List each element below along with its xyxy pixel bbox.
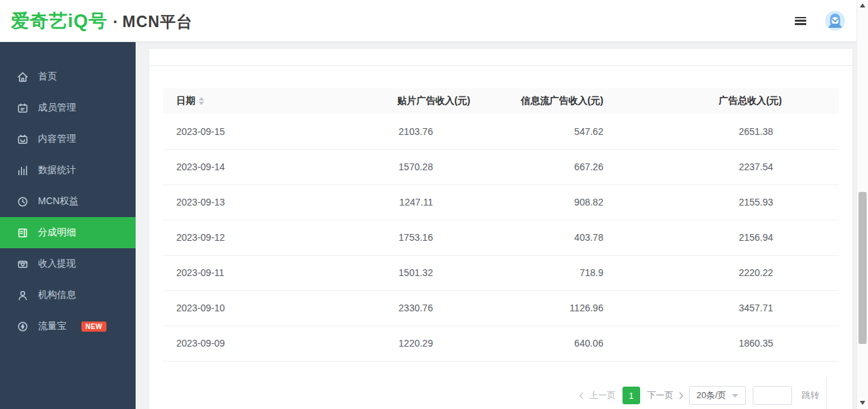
next-page-label: 下一页 — [647, 389, 673, 402]
feed-cell: 1126.96 — [514, 290, 676, 326]
date-cell: 2023-09-12 — [163, 220, 352, 255]
scrollbar[interactable] — [856, 0, 868, 409]
avatar-figure-icon — [825, 11, 845, 31]
date-cell: 2023-09-10 — [163, 290, 352, 326]
sidebar-item-label: 收入提现 — [38, 258, 76, 270]
sidebar-item-home[interactable]: 首页 — [0, 61, 136, 92]
sidebar-item-revenue-detail[interactable]: 分成明细 — [0, 217, 136, 248]
next-page-button[interactable]: 下一页 — [647, 389, 682, 402]
column-header-date[interactable]: 日期 — [163, 88, 352, 114]
feed-cell: 640.06 — [514, 326, 676, 361]
scrollbar-up-icon[interactable] — [860, 3, 865, 7]
app-logo: 爱奇艺iQ号 · MCN平台 — [11, 9, 193, 33]
sidebar-item-org-info[interactable]: 机构信息 — [0, 279, 136, 311]
new-badge: NEW — [81, 322, 106, 332]
preroll-cell: 1753.16 — [352, 220, 514, 255]
sidebar-nav: 首页 成员管理 内容管理 数据统计 MCN权益 分成明细 收入提现 — [0, 42, 136, 409]
sidebar-item-content[interactable]: 内容管理 — [0, 123, 136, 155]
scrollbar-down-icon[interactable] — [860, 401, 865, 405]
feed-cell: 718.9 — [514, 255, 676, 290]
total-cell: 2156.94 — [677, 220, 839, 255]
feed-cell: 547.62 — [514, 114, 676, 149]
chevron-right-icon — [676, 392, 683, 399]
members-icon — [16, 102, 28, 114]
logo-separator: · — [113, 12, 119, 31]
preroll-cell: 2103.76 — [352, 114, 514, 149]
withdraw-icon — [16, 258, 28, 270]
table-header-row: 日期 贴片广告收入(元) 信息流广告收入(元) 广告总收入(元) — [163, 88, 839, 114]
traffic-icon — [16, 320, 28, 332]
preroll-cell: 1570.28 — [352, 149, 514, 184]
total-cell: 3457.71 — [677, 290, 839, 326]
sidebar-item-traffic[interactable]: 流量宝 NEW — [0, 311, 136, 342]
jump-page-input[interactable] — [753, 386, 792, 405]
date-cell: 2023-09-09 — [163, 326, 352, 361]
top-header: 爱奇艺iQ号 · MCN平台 — [0, 0, 868, 42]
sort-icon[interactable] — [199, 97, 204, 105]
table-row: 2023-09-10 2330.76 1126.96 3457.71 — [163, 290, 839, 326]
preroll-cell: 1501.32 — [352, 255, 514, 290]
logo-platform-text: MCN平台 — [123, 12, 193, 33]
logo-brand-text: 爱奇艺iQ号 — [11, 9, 108, 33]
date-cell: 2023-09-11 — [163, 255, 352, 290]
page-size-select[interactable]: 20条/页 — [689, 386, 746, 405]
sidebar-item-withdraw[interactable]: 收入提现 — [0, 248, 136, 279]
feed-cell: 403.78 — [514, 220, 676, 255]
preroll-cell: 1220.29 — [352, 326, 514, 361]
sidebar-item-label: 成员管理 — [38, 102, 76, 114]
total-cell: 2220.22 — [677, 255, 839, 290]
pagination: 上一页 1 下一页 20条/页 跳转 — [580, 386, 819, 405]
panel-edge-divider — [826, 377, 827, 409]
preroll-cell: 2330.76 — [352, 290, 514, 326]
date-cell: 2023-09-15 — [163, 114, 352, 149]
content-card: 日期 贴片广告收入(元) 信息流广告收入(元) 广告总收入(元) 2023-09… — [149, 49, 852, 409]
date-cell: 2023-09-13 — [163, 184, 352, 220]
chevron-down-icon — [732, 394, 738, 397]
table-row: 2023-09-14 1570.28 667.26 2237.54 — [163, 149, 839, 184]
table-row: 2023-09-11 1501.32 718.9 2220.22 — [163, 255, 839, 290]
person-icon — [16, 289, 28, 301]
sidebar-item-label: 数据统计 — [38, 164, 76, 176]
table-row: 2023-09-15 2103.76 547.62 2651.38 — [163, 114, 839, 149]
ledger-icon — [16, 227, 28, 239]
clock-icon — [16, 195, 28, 208]
table-row: 2023-09-13 1247.11 908.82 2155.93 — [163, 184, 839, 220]
chevron-left-icon — [579, 392, 586, 399]
prev-page-label: 上一页 — [589, 389, 616, 402]
sidebar-item-mcn-rights[interactable]: MCN权益 — [0, 186, 136, 217]
total-cell: 2155.93 — [677, 184, 839, 220]
table-row: 2023-09-09 1220.29 640.06 1860.35 — [163, 326, 839, 361]
sidebar-item-label: 首页 — [38, 71, 57, 83]
jump-button[interactable]: 跳转 — [802, 389, 819, 402]
scrollbar-thumb[interactable] — [859, 192, 867, 344]
page-size-label: 20条/页 — [696, 389, 726, 402]
column-header-total: 广告总收入(元) — [677, 88, 839, 114]
prev-page-button[interactable]: 上一页 — [580, 389, 616, 402]
content-icon — [16, 133, 28, 145]
home-icon — [16, 71, 28, 83]
stats-icon — [16, 164, 28, 176]
sidebar-item-label: 流量宝 — [38, 320, 66, 332]
total-cell: 1860.35 — [677, 326, 839, 361]
preroll-cell: 1247.11 — [352, 184, 514, 220]
sidebar-item-label: 内容管理 — [38, 133, 76, 145]
table-row: 2023-09-12 1753.16 403.78 2156.94 — [163, 220, 839, 255]
sidebar-item-stats[interactable]: 数据统计 — [0, 155, 136, 186]
feed-cell: 908.82 — [514, 184, 676, 220]
current-page-button[interactable]: 1 — [623, 387, 640, 404]
menu-icon[interactable] — [795, 17, 806, 25]
revenue-table: 日期 贴片广告收入(元) 信息流广告收入(元) 广告总收入(元) 2023-09… — [163, 88, 839, 362]
feed-cell: 667.26 — [514, 149, 676, 184]
total-cell: 2237.54 — [677, 149, 839, 184]
sidebar-item-members[interactable]: 成员管理 — [0, 92, 136, 123]
user-avatar[interactable] — [825, 11, 845, 31]
column-header-feed: 信息流广告收入(元) — [514, 88, 676, 114]
total-cell: 2651.38 — [677, 114, 839, 149]
sidebar-item-label: 机构信息 — [38, 289, 76, 301]
column-header-preroll: 贴片广告收入(元) — [352, 88, 514, 114]
date-cell: 2023-09-14 — [163, 149, 352, 184]
card-header-divider — [149, 65, 852, 66]
sidebar-item-label: MCN权益 — [38, 195, 79, 208]
sidebar-item-label: 分成明细 — [38, 227, 76, 239]
